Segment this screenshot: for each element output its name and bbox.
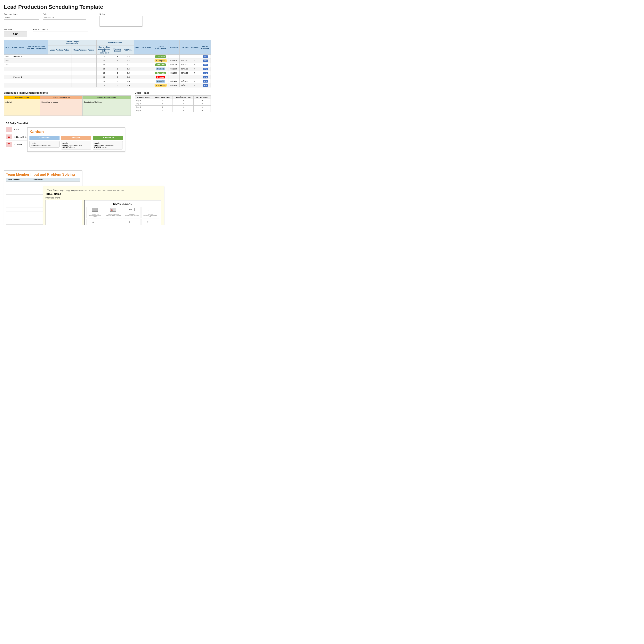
cell-product: Product A bbox=[10, 55, 25, 59]
cycle-th: Any Variances bbox=[194, 96, 211, 99]
svg-text:▥: ▥ bbox=[129, 221, 130, 223]
cycle-th: Target Cycle Time bbox=[152, 96, 173, 99]
pct-badge: 50% bbox=[203, 55, 208, 58]
vsm-icon-shape: data bbox=[129, 208, 135, 213]
kanban-cols: Completed Details Status: Note Status He… bbox=[29, 136, 123, 149]
company-input[interactable] bbox=[4, 16, 39, 20]
step-name: Step 3 bbox=[135, 106, 152, 109]
cell-pct: 50% bbox=[200, 75, 211, 79]
cell-takt: 0.5 bbox=[123, 83, 134, 87]
cell-duration: 5 bbox=[190, 83, 200, 87]
cell-demand: 5 bbox=[112, 79, 123, 83]
cell-takt: 0.5 bbox=[123, 67, 134, 71]
vsm-icon-shape: → bbox=[147, 208, 154, 213]
team-member-cell bbox=[6, 190, 32, 195]
vsm-left bbox=[45, 200, 82, 225]
vsm-icon-item: ▥ Supermarket Signal Kanban bbox=[123, 219, 141, 225]
actual-ct: 0 bbox=[173, 106, 194, 109]
svg-text:🏭: 🏭 bbox=[111, 209, 113, 211]
table-row: 000 10 5 0.5 In Progress 03/12/30 03/15/… bbox=[4, 59, 211, 63]
team-comment-cell bbox=[32, 182, 80, 186]
vsm-icon-item: Process Box Represents a supplier or cus… bbox=[86, 207, 104, 218]
cycle-th: Actual Cycle Time bbox=[173, 96, 194, 99]
cell-rate: 10 bbox=[97, 67, 112, 71]
vsm-icon-shape: ⇒ bbox=[92, 219, 99, 225]
vsm-note: Copy and paste icons from the VSM Icons … bbox=[66, 189, 125, 191]
kanban-status: Status: Note Status Here bbox=[31, 144, 58, 146]
cell-shift bbox=[134, 83, 140, 87]
cell-usage-planned bbox=[71, 83, 97, 87]
solutions-cell bbox=[83, 110, 131, 116]
vsm-icon-shape: ▥ bbox=[129, 219, 135, 225]
kanban-owner: OWNER: Name bbox=[62, 146, 90, 148]
team-title: Team Member Input and Problem Solving bbox=[6, 173, 80, 177]
company-field-group: Company Name bbox=[4, 13, 39, 27]
variance: 0 bbox=[194, 109, 211, 112]
step-name: Step 2 bbox=[135, 102, 152, 106]
vsm-icon-item: data Data Box Contains process informati… bbox=[123, 207, 141, 218]
status-badge: In Progress bbox=[155, 59, 167, 62]
team-member-cell bbox=[6, 212, 32, 216]
bottom-sections: Continuous Improvement Highlights Kaizen… bbox=[4, 91, 211, 116]
cell-rate: 10 bbox=[97, 59, 112, 63]
cell-usage-planned bbox=[71, 55, 97, 59]
cell-start: 03/24/30 bbox=[168, 79, 179, 83]
cycle-th: Process Steps bbox=[135, 96, 152, 99]
actual-ct: 0 bbox=[173, 109, 194, 112]
issues-cell bbox=[40, 105, 83, 110]
cell-start: 03/15/30 bbox=[168, 63, 179, 67]
th-material-usage: Material Usage:Raw Materials bbox=[48, 40, 96, 45]
th-quality: QualityCheckpoints bbox=[153, 40, 168, 55]
checklist-item-label: 3. Shine bbox=[14, 143, 22, 146]
cell-rate: 10 bbox=[97, 71, 112, 75]
variance: 0 bbox=[194, 102, 211, 106]
company-label: Company Name bbox=[4, 13, 39, 15]
kanban-col-header: Completed bbox=[29, 136, 60, 140]
date-input[interactable] bbox=[43, 16, 86, 20]
cell-pct: 50% bbox=[200, 67, 211, 71]
ci-row bbox=[4, 110, 131, 116]
cycle-row: Step 1 0 0 0 bbox=[135, 99, 211, 102]
stacked-container: 5S Daily Checklist X 1. Sort X 2. Set in… bbox=[4, 120, 211, 221]
cell-quality: On Hold bbox=[153, 79, 168, 83]
notes-input[interactable] bbox=[100, 16, 142, 27]
pct-badge: 50% bbox=[203, 64, 208, 66]
pct-badge: 50% bbox=[203, 84, 208, 87]
ci-col1: Kaizen Activities bbox=[4, 96, 40, 99]
th-usage-planned: Usage Tracking: Planned bbox=[71, 45, 97, 55]
notes-field-group: Notes bbox=[100, 13, 142, 27]
target-ct: 0 bbox=[152, 102, 173, 106]
cell-takt: 0.5 bbox=[123, 75, 134, 79]
cell-usage-actual bbox=[48, 59, 71, 63]
kanban-col-delayed: Delayed Details Status: Note Status Here… bbox=[61, 136, 91, 149]
kpi-input[interactable] bbox=[33, 31, 88, 37]
cell-duration: 7 bbox=[190, 67, 200, 71]
kpi-box: KPIs and Metrics bbox=[33, 28, 88, 37]
cell-due: 03/21/30 bbox=[179, 67, 190, 71]
cell-dept bbox=[140, 83, 153, 87]
target-ct: 0 bbox=[152, 109, 173, 112]
svg-text:←: ← bbox=[110, 220, 113, 223]
checklist-x-marker: X bbox=[6, 142, 12, 147]
cycle-title: Cycle Times bbox=[135, 91, 211, 94]
th-start-date: Start Date bbox=[168, 40, 179, 55]
checklist-item-label: 2. Set in Order bbox=[14, 136, 28, 138]
vsm-icon-item: ⇒ Shipment Arrow Indicates the goods bei… bbox=[86, 219, 104, 225]
cell-duration: 5 bbox=[190, 79, 200, 83]
svg-text:⇒: ⇒ bbox=[92, 221, 94, 223]
cell-shift bbox=[134, 67, 140, 71]
vsm-icon-desc: Contains process information bbox=[125, 215, 139, 216]
kanban-details: Details bbox=[94, 142, 121, 144]
cell-product bbox=[10, 71, 25, 75]
th-rate: Rate at whichproduct needsto becompleted bbox=[97, 45, 112, 55]
vsm-icon-shape bbox=[92, 208, 99, 213]
vsm-process-label: PROCESS STEPS bbox=[45, 197, 161, 199]
cell-resource bbox=[25, 71, 48, 75]
cell-dept bbox=[140, 55, 153, 59]
table-row: 000 10 5 0.5 Complete 03/15/30 03/16/30 … bbox=[4, 63, 211, 67]
cell-usage-planned bbox=[71, 75, 97, 79]
cell-takt: 0.5 bbox=[123, 63, 134, 67]
team-member-cell bbox=[6, 195, 32, 199]
vsm-icon-shape: ← bbox=[110, 219, 117, 225]
ci-col3: Solutions Implemented bbox=[83, 96, 131, 99]
